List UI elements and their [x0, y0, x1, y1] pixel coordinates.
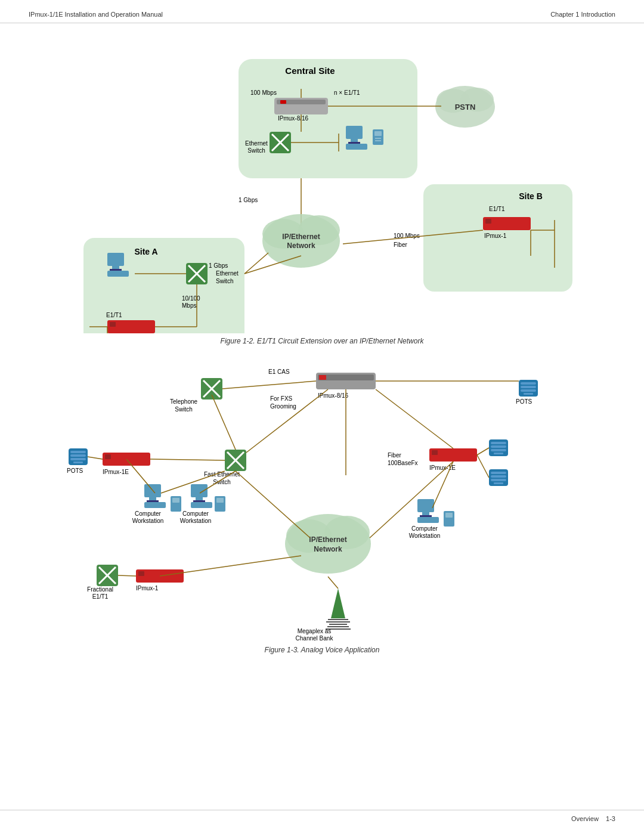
svg-text:IP/Ethernet: IP/Ethernet [309, 535, 346, 544]
svg-text:IP/Ethernet: IP/Ethernet [282, 233, 320, 241]
figure1-3-caption: Figure 1-3. Analog Voice Application [36, 646, 608, 654]
svg-rect-9 [375, 138, 381, 139]
svg-rect-65 [193, 500, 205, 502]
figure1-2-container: Central Site 100 Mbps n × E1/T1 IPmux-8/… [36, 41, 608, 333]
figure1-3-svg: Telephone Switch E1 CAS For FXS Grooming… [36, 356, 608, 642]
header-left: IPmux-1/1E Installation and Operation Ma… [29, 11, 163, 18]
ipmux1e-left-label: IPmux-1E [103, 469, 129, 475]
pots-phone-topright [519, 380, 538, 397]
cw-right-label2: Workstation [409, 532, 441, 539]
line-fasteth-cloud [236, 471, 310, 538]
svg-rect-37 [70, 458, 86, 460]
svg-rect-36 [70, 454, 86, 457]
central-site-label: Central Site [285, 66, 335, 76]
svg-rect-35 [70, 451, 86, 453]
svg-point-54 [324, 516, 370, 549]
svg-rect-4 [351, 139, 358, 142]
svg-rect-6 [346, 144, 367, 150]
svg-rect-70 [422, 512, 429, 515]
ipmux1e-left-ind [105, 454, 111, 459]
fractional-label1: Fractional [87, 586, 113, 593]
svg-rect-31 [521, 386, 536, 388]
site-b-label: Site B [519, 191, 543, 201]
cw-left1-label2: Workstation [132, 518, 164, 524]
line-ipmux1eright-pots2 [477, 455, 489, 478]
megaplex [326, 589, 351, 629]
tower-left1 [171, 496, 181, 512]
telephone-switch-label2: Switch [175, 406, 192, 413]
eth-switch-a [186, 263, 208, 284]
svg-rect-62 [172, 498, 179, 503]
figure1-3-container: Telephone Switch E1 CAS For FXS Grooming… [36, 356, 608, 642]
line-cloud-sitea [244, 253, 268, 274]
ip-eth-cloud: IP/Ethernet Network [262, 214, 340, 268]
svg-rect-38 [73, 462, 83, 463]
svg-rect-45 [491, 449, 506, 451]
pots-phone-rightmid1 [489, 439, 508, 456]
page-footer: Overview 1-3 [0, 810, 644, 827]
line-ipmux1-cloud [160, 556, 301, 576]
figure1-2-svg: Central Site 100 Mbps n × E1/T1 IPmux-8/… [54, 41, 590, 333]
fiber-label: Fiber [388, 452, 401, 459]
line-ipmux816-ipmux1eright [376, 389, 453, 448]
svg-rect-49 [491, 475, 506, 478]
ipmux816-fig3-top [318, 374, 374, 380]
tower-right [444, 511, 454, 527]
svg-rect-44 [491, 445, 506, 448]
pots-left-label: POTS [67, 467, 83, 474]
svg-rect-30 [521, 382, 536, 385]
svg-rect-24 [110, 269, 122, 271]
svg-rect-3 [346, 126, 363, 139]
fractional-label2: E1/T1 [92, 593, 109, 600]
header-right: Chapter 1 Introduction [550, 11, 615, 18]
ip-eth-cloud-fig3: IP/Ethernet Network [285, 514, 371, 574]
label-mbps: Mbps [182, 302, 196, 309]
pots-phone-rightmid2 [489, 469, 508, 486]
svg-rect-46 [494, 453, 503, 454]
cw-left1 [144, 484, 166, 508]
line-telswitch-ipmux816 [222, 381, 316, 389]
page-header: IPmux-1/1E Installation and Operation Ma… [0, 0, 644, 23]
megaplex-label1: Megaplex as [298, 628, 332, 634]
svg-rect-22 [107, 253, 124, 266]
fiber-100basefx-label: 100BaseFx [388, 460, 418, 466]
eth-switch-central [270, 132, 291, 153]
svg-rect-5 [348, 142, 360, 144]
main-content: Central Site 100 Mbps n × E1/T1 IPmux-8/… [0, 23, 644, 677]
cw-right [417, 499, 439, 523]
cw-left2-label1: Computer [182, 510, 209, 517]
svg-rect-10 [375, 140, 381, 141]
e1-cas-label: E1 CAS [268, 368, 290, 375]
svg-rect-48 [491, 472, 506, 474]
svg-rect-25 [107, 271, 129, 277]
svg-rect-74 [445, 513, 453, 518]
svg-rect-60 [144, 502, 166, 508]
svg-rect-51 [494, 482, 503, 484]
site-a-box [83, 238, 244, 333]
label-fiber-b: Fiber [394, 241, 407, 248]
tower-left2 [215, 496, 225, 512]
ipmux1-b-label: IPmux-1 [484, 233, 507, 239]
svg-rect-66 [191, 502, 212, 508]
footer-page: 1-3 [606, 815, 615, 822]
ipmux1-bottom-ind [138, 571, 144, 576]
svg-rect-8 [374, 131, 382, 136]
svg-rect-32 [521, 389, 536, 392]
ipmux1e-right-ind [432, 450, 438, 455]
central-site-box [239, 59, 417, 178]
svg-rect-72 [417, 517, 439, 523]
ipmux816-fig3-ind [319, 375, 326, 380]
for-fxs-label: For FXS [270, 395, 293, 402]
eth-switch-central-label2: Switch [247, 147, 265, 154]
eth-switch-a-label2: Switch [216, 278, 233, 284]
label-e1t1-b: E1/T1 [489, 206, 505, 212]
line-ipmux1eright-pots1 [477, 448, 489, 455]
ipmux1-b-btn [485, 219, 491, 224]
ipmux816-indicator [280, 100, 286, 104]
eth-switch-central-label: Ethernet [245, 140, 268, 147]
megaplex-label2: Channel Bank [296, 635, 334, 642]
svg-text:Network: Network [287, 241, 315, 250]
svg-rect-69 [417, 499, 434, 512]
pstn-label: PSTN [455, 103, 476, 112]
svg-rect-63 [191, 484, 208, 497]
